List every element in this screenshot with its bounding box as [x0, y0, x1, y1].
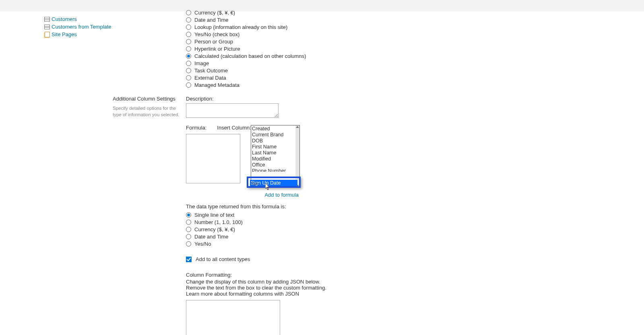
description-input[interactable] — [186, 103, 279, 118]
column-type-option[interactable]: Hyperlink or Picture — [186, 45, 411, 52]
list-item[interactable]: Created — [251, 125, 295, 132]
radio-icon — [186, 46, 191, 51]
formula-body-row: Created Current Brand DOB First Name Las… — [186, 123, 411, 188]
column-type-option[interactable]: External Data — [186, 74, 411, 81]
radio-icon — [186, 53, 191, 59]
column-type-option[interactable]: Lookup (information already on this site… — [186, 23, 411, 31]
column-type-option[interactable]: Managed Metadata — [186, 81, 411, 88]
formula-box-col — [186, 123, 240, 183]
list-item[interactable]: Phone Number — [251, 168, 295, 172]
column-type-option[interactable]: Image — [186, 60, 411, 67]
scroll-up-icon — [296, 126, 299, 128]
formula-input[interactable] — [186, 134, 240, 183]
radio-icon — [186, 234, 191, 239]
column-formatting-help1: Change the display of this column by add… — [186, 279, 411, 285]
radio-label: External Data — [194, 75, 226, 81]
return-type-option[interactable]: Currency ($, ¥, €) — [186, 226, 411, 233]
insert-column-listbox[interactable]: Created Current Brand DOB First Name Las… — [251, 125, 300, 188]
list-item[interactable]: Current Brand — [251, 132, 295, 138]
column-formatting-link[interactable]: Learn more about formatting columns with… — [186, 291, 411, 297]
sidebar-item-label: Customers from Template — [52, 24, 111, 30]
radio-icon — [186, 82, 191, 88]
radio-label: Date and Time — [194, 17, 229, 23]
sidebar-item-label: Site Pages — [52, 31, 77, 37]
radio-label: Yes/No — [194, 241, 211, 247]
description-label: Description: — [186, 96, 411, 102]
sidebar-item-customers[interactable]: Customers — [44, 15, 113, 23]
add-content-types-row[interactable]: Add to all content types — [186, 256, 411, 262]
radio-label: Person or Group — [194, 39, 233, 45]
listbox-scrollbar[interactable] — [295, 125, 299, 187]
list-item[interactable]: Last Name — [251, 150, 295, 156]
sidebar-item-customers-template[interactable]: Customers from Template — [44, 23, 113, 31]
return-type-label: The data type returned from this formula… — [186, 203, 411, 210]
radio-icon — [186, 212, 191, 218]
radio-icon — [186, 32, 191, 37]
radio-label: Hyperlink or Picture — [194, 46, 240, 52]
settings-label-column: Additional Column Settings Specify detai… — [113, 11, 186, 335]
radio-icon — [186, 220, 191, 225]
fields-column: Currency ($, ¥, €) Date and Time Lookup … — [186, 11, 411, 335]
add-to-formula-row: Add to formula — [186, 192, 299, 198]
radio-icon — [186, 61, 191, 66]
sidebar-item-label: Customers — [52, 16, 77, 22]
sidebar: Customers Customers from Template Site P… — [0, 11, 113, 38]
return-type-option[interactable]: Single line of text — [186, 211, 411, 218]
column-type-radios: Currency ($, ¥, €) Date and Time Lookup … — [186, 9, 411, 88]
list-item[interactable]: First Name — [251, 144, 295, 150]
listbox-inner: Created Current Brand DOB First Name Las… — [251, 125, 295, 172]
sidebar-item-site-pages[interactable]: Site Pages — [44, 31, 113, 38]
radio-label: Currency ($, ¥, €) — [194, 226, 235, 232]
add-to-formula-link[interactable]: Add to formula — [264, 192, 299, 198]
return-type-option[interactable]: Number (1, 1.0, 100) — [186, 218, 411, 226]
radio-icon — [186, 75, 191, 80]
page-wrap: Customers Customers from Template Site P… — [0, 11, 644, 335]
radio-label: Single line of text — [194, 212, 234, 218]
column-type-option[interactable]: Person or Group — [186, 38, 411, 45]
list-item[interactable]: Modified — [251, 156, 295, 162]
radio-icon — [186, 68, 191, 73]
main-content: Additional Column Settings Specify detai… — [113, 11, 644, 335]
return-type-option[interactable]: Yes/No — [186, 240, 411, 247]
column-type-option-currency-cut[interactable]: Currency ($, ¥, €) — [186, 9, 411, 16]
radio-icon — [186, 17, 191, 23]
checkbox-label: Add to all content types — [196, 256, 250, 262]
column-formatting-title: Column Formatting: — [186, 272, 411, 278]
column-formatting-help2: Remove the text from the box to clear th… — [186, 285, 411, 291]
radio-label: Number (1, 1.0, 100) — [194, 219, 243, 225]
column-type-option-calculated[interactable]: Calculated (calculation based on other c… — [186, 52, 411, 60]
list-item[interactable]: DOB — [251, 138, 295, 144]
radio-label: Yes/No (check box) — [194, 31, 239, 37]
scroll-down-icon — [296, 185, 299, 187]
radio-icon — [186, 10, 191, 15]
radio-label: Currency ($, ¥, €) — [194, 10, 235, 16]
radio-icon — [186, 25, 191, 30]
radio-icon — [186, 241, 191, 247]
radio-label: Image — [194, 60, 209, 66]
return-type-radios: Single line of text Number (1, 1.0, 100)… — [186, 211, 411, 247]
list-item[interactable]: Office — [251, 162, 295, 168]
column-type-option[interactable]: Yes/No (check box) — [186, 31, 411, 38]
additional-settings-title: Additional Column Settings — [113, 96, 182, 102]
radio-label: Date and Time — [194, 234, 229, 240]
radio-label: Lookup (information already on this site… — [194, 24, 287, 30]
column-type-option[interactable]: Date and Time — [186, 16, 411, 23]
sidebar-item-cut — [44, 11, 113, 14]
checkbox-checked-icon[interactable] — [186, 257, 192, 262]
radio-icon — [186, 227, 191, 232]
radio-icon — [186, 39, 191, 44]
insert-column-box-col: Created Current Brand DOB First Name Las… — [251, 123, 303, 188]
radio-label: Calculated (calculation based on other c… — [194, 53, 306, 59]
list-icon — [44, 16, 50, 22]
pages-icon — [44, 32, 50, 37]
list-icon — [44, 24, 50, 30]
radio-label: Task Outcome — [194, 68, 228, 74]
return-type-option[interactable]: Date and Time — [186, 233, 411, 240]
json-formatting-input[interactable] — [186, 300, 280, 335]
additional-settings-subtitle: Specify detailed options for the type of… — [113, 105, 182, 118]
column-type-option[interactable]: Task Outcome — [186, 67, 411, 74]
radio-label: Managed Metadata — [194, 82, 239, 88]
